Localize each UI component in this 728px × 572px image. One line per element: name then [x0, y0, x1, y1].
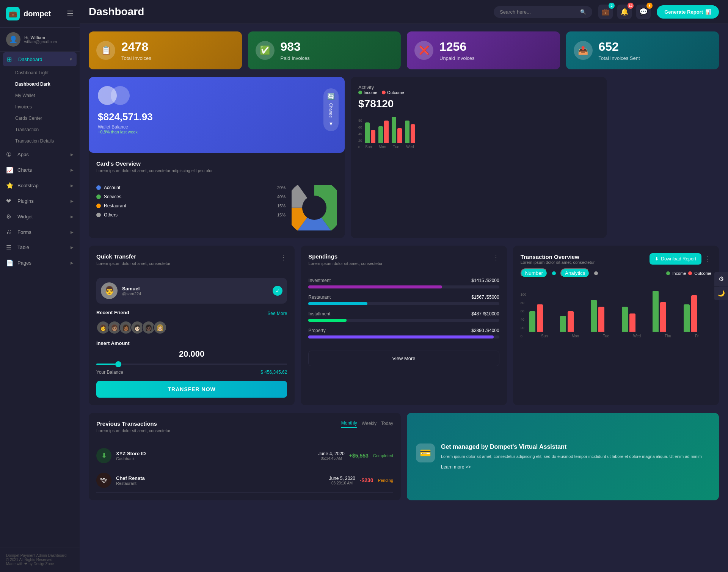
outcome-bar-wed	[411, 124, 415, 143]
cards-overview: Card's Overview Lorem ipsum dolor sit am…	[89, 153, 345, 238]
sidebar-item-plugins[interactable]: ❤ Plugins ▶	[0, 193, 80, 209]
bar-group-wed-big	[622, 307, 650, 332]
sidebar-sub-transaction-details[interactable]: Transaction Details	[0, 135, 80, 147]
transaction-type-1: Cashback	[116, 456, 314, 461]
spendings-card: Spendings Lorem ipsum dolor sit amet, co…	[301, 246, 507, 405]
amount-slider[interactable]	[96, 364, 287, 365]
transaction-header: Transaction Overview Lorem ipsum dolor s…	[521, 253, 711, 265]
filter-today[interactable]: Today	[381, 421, 393, 428]
chat-button[interactable]: 💬 8	[636, 5, 651, 19]
label-mon: Mon	[379, 145, 386, 149]
legend-others: Others 15%	[96, 212, 286, 218]
overview-legend: Account 20% Services 40% Restaurant	[96, 185, 286, 230]
income-dot-tx	[666, 271, 670, 275]
download-report-button[interactable]: ⬇ Download Report	[650, 253, 701, 265]
bar-group-sun-big	[529, 304, 557, 332]
analytics-filter-button[interactable]: Analytics	[560, 268, 590, 278]
bar-group-fri-big	[684, 295, 711, 332]
sidebar-sub-transaction[interactable]: Transaction	[0, 124, 80, 135]
transaction-overview-card: Transaction Overview Lorem ipsum dolor s…	[513, 246, 719, 405]
unpaid-invoices-label: Unpaid Invoices	[439, 55, 475, 61]
cards-overview-header-row: Card's Overview Lorem ipsum dolor sit am…	[96, 160, 337, 179]
sidebar-item-bootstrap[interactable]: ⭐ Bootstrap ▶	[0, 178, 80, 193]
sidebar-item-widget[interactable]: ⚙ Widget ▶	[0, 209, 80, 224]
sidebar-item-label: Dashboard	[18, 56, 65, 62]
va-icon: 💳	[416, 443, 435, 462]
view-more-button[interactable]: View More	[308, 351, 499, 366]
transaction-date-main-1: June 4, 2020	[318, 451, 344, 456]
sidebar-item-dashboard[interactable]: ⊞ Dashboard ▼	[3, 52, 77, 66]
search-input[interactable]	[500, 9, 577, 15]
activity-legend: Income Outcome	[358, 90, 404, 95]
hamburger-icon[interactable]: ☰	[67, 9, 74, 18]
search-box[interactable]: 🔍	[494, 6, 592, 18]
sidebar-item-table[interactable]: ☰ Table ▶	[0, 240, 80, 255]
quick-transfer-menu-icon[interactable]: ⋮	[280, 253, 287, 262]
income-label: Income	[364, 90, 377, 95]
sidebar-item-apps[interactable]: ① Apps ▶	[0, 147, 80, 162]
bottom-section: Quick Transfer Lorem ipsum dolor sit ame…	[89, 246, 719, 405]
footer-brand: Dompet Payment Admin Dashboard	[6, 553, 74, 558]
quick-transfer-subtitle: Lorem ipsum dolor sit amet, consectetur	[96, 261, 171, 266]
unpaid-invoices-icon: ❌	[414, 41, 433, 60]
sidebar-item-label: Forms	[17, 229, 67, 235]
prev-transactions-title-group: Previous Transactions Lorem ipsum dolor …	[96, 420, 341, 439]
side-action-buttons: ⚙ 🌙	[714, 272, 728, 300]
spendings-menu-icon[interactable]: ⋮	[493, 253, 499, 262]
sidebar-item-charts[interactable]: 📈 Charts ▶	[0, 162, 80, 178]
slider-fill	[96, 364, 115, 365]
sidebar-sub-dashboard-dark[interactable]: Dashboard Dark	[0, 78, 80, 90]
stat-card-paid-invoices: ✅ 983 Paid Invoices	[248, 31, 401, 69]
search-icon[interactable]: 🔍	[580, 9, 586, 15]
outcome-label: Outcome	[387, 90, 404, 95]
logo-text: dompet	[24, 9, 51, 18]
amount-display: 20.000	[96, 349, 287, 359]
mid-section: $824,571.93 Wallet Balance +0,8% than la…	[89, 77, 719, 238]
transfer-now-button[interactable]: TRANSFER NOW	[96, 381, 287, 398]
stat-info-total-invoices: 2478 Total Invoices	[121, 40, 151, 61]
sidebar: 💼 dompet ☰ 👤 Hi, William william@gmail.c…	[0, 0, 80, 572]
chevron-right-icon: ▶	[71, 215, 74, 219]
prev-transactions-card: Previous Transactions Lorem ipsum dolor …	[89, 413, 401, 500]
filter-monthly[interactable]: Monthly	[341, 420, 357, 428]
avatar: 👤	[6, 32, 20, 47]
filter-weekly[interactable]: Weekly	[362, 421, 377, 428]
sidebar-sub-my-wallet[interactable]: My Wallet	[0, 90, 80, 101]
sidebar-item-pages[interactable]: 📄 Pages ▶	[0, 255, 80, 271]
activity-header: Activity Income Outcome	[358, 85, 599, 95]
sidebar-sub-dashboard-light[interactable]: Dashboard Light	[0, 67, 80, 78]
transaction-menu-icon[interactable]: ⋮	[704, 255, 711, 263]
activity-card: Activity Income Outcome	[351, 77, 607, 238]
total-sent-label: Total Invoices Sent	[599, 55, 640, 61]
settings-side-button[interactable]: ⚙	[714, 272, 728, 286]
chat-badge: 8	[646, 3, 653, 9]
dashboard-icon: ⊞	[7, 56, 14, 63]
prev-transactions-title: Previous Transactions	[96, 420, 341, 427]
download-label: Download Report	[661, 256, 696, 262]
content-area: 📋 2478 Total Invoices ✅ 983 Paid Invoice…	[80, 24, 728, 572]
stat-card-total-invoices: 📋 2478 Total Invoices	[89, 31, 242, 69]
generate-report-button[interactable]: Generate Report 📊	[657, 5, 719, 19]
bar-labels: Sun Mon Tue Wed	[365, 145, 599, 149]
analytics-dot	[552, 271, 556, 275]
legend-dot-restaurant	[96, 204, 101, 208]
table-row: ⬇ XYZ Store ID Cashback June 4, 2020 05:…	[96, 443, 393, 468]
sidebar-sub-cards-center[interactable]: Cards Center	[0, 113, 80, 124]
sidebar-item-forms[interactable]: 🖨 Forms ▶	[0, 224, 80, 240]
spending-bar-investment	[308, 285, 499, 288]
notification-button[interactable]: 🔔 12	[617, 5, 632, 19]
chevron-right-icon: ▶	[71, 152, 74, 157]
theme-side-button[interactable]: 🌙	[714, 287, 728, 300]
chevron-right-icon: ▶	[71, 183, 74, 188]
bar-group-sun	[365, 122, 375, 143]
chat-icon: 💬	[639, 8, 648, 16]
see-all-link[interactable]: See More	[267, 311, 287, 316]
briefcase-button[interactable]: 💼 2	[598, 5, 613, 19]
va-learn-more-link[interactable]: Learn more >>	[441, 464, 471, 470]
outcome-bar-mon-big	[568, 311, 574, 332]
sidebar-sub-invoices[interactable]: Invoices	[0, 101, 80, 113]
number-filter-button[interactable]: Number	[521, 268, 548, 278]
stat-info-total-sent: 652 Total Invoices Sent	[599, 40, 640, 61]
spending-fill-investment	[308, 285, 442, 288]
svg-point-4	[302, 196, 326, 220]
